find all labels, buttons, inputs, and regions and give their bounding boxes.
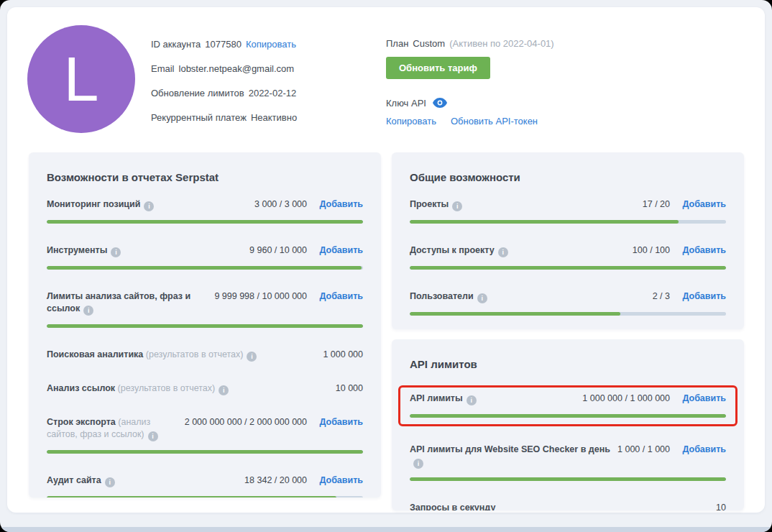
field-label: Email: [151, 63, 175, 74]
limit-row-position-monitoring: Мониторинг позицийi 3 000 / 3 000 Добави…: [47, 198, 363, 224]
progress-bar: [410, 477, 726, 481]
plan-label: План: [386, 38, 408, 49]
info-icon[interactable]: i: [498, 247, 508, 257]
info-icon[interactable]: i: [111, 247, 121, 257]
card-title: API лимитов: [410, 358, 726, 371]
add-limit-link[interactable]: Добавить: [307, 198, 363, 211]
plan-name: Custom: [413, 38, 445, 49]
progress-fill: [410, 312, 620, 316]
progress-fill: [410, 477, 726, 481]
info-icon[interactable]: i: [452, 201, 462, 211]
limit-label: Лимиты анализа сайтов, фраз и ссылок: [47, 291, 190, 313]
limit-value: 18 342 / 20 000: [244, 474, 307, 487]
account-id-row: ID аккаунта 1077580 Копировать: [151, 32, 297, 56]
highlight-box: API лимитыi 1 000 000 / 1 000 000 Добави…: [398, 385, 737, 426]
add-limit-link[interactable]: Добавить: [307, 290, 363, 303]
progress-bar: [47, 324, 363, 328]
update-tariff-button[interactable]: Обновить тариф: [386, 57, 490, 79]
progress-fill: [410, 266, 726, 270]
card-title: Общие возможности: [410, 171, 726, 184]
field-label: Рекуррентный платеж: [151, 112, 247, 123]
limit-label: Пользователи: [410, 291, 474, 301]
progress-fill: [47, 450, 363, 454]
limit-value: 2 000 000 000 / 2 000 000 000: [185, 416, 307, 428]
avatar-letter: L: [64, 47, 99, 111]
limit-label: Аудит сайта: [47, 475, 101, 485]
progress-fill: [47, 324, 363, 328]
field-label: ID аккаунта: [151, 39, 201, 50]
limit-value: 100 / 100: [633, 244, 670, 257]
bottom-strip: [0, 527, 772, 532]
info-icon[interactable]: i: [467, 395, 477, 405]
progress-bar: [47, 266, 363, 270]
limit-value: 2 / 3: [653, 290, 670, 303]
api-key-row: Ключ API: [386, 96, 688, 110]
add-limit-link[interactable]: Добавить: [670, 244, 726, 257]
progress-bar: [410, 266, 726, 270]
api-key-label: Ключ API: [386, 98, 426, 109]
limit-label: Инструменты: [47, 245, 107, 255]
limit-value: 17 / 20: [643, 198, 670, 211]
limit-label: Поисковая аналитика: [47, 349, 143, 359]
card-title: Возможности в отчетах Serpstat: [47, 171, 363, 184]
eye-icon[interactable]: [433, 98, 447, 108]
progress-bar: [410, 312, 726, 316]
limit-row-site-analysis: Лимиты анализа сайтов, фраз и ссылокi 9 …: [47, 290, 363, 328]
progress-bar: [47, 450, 363, 454]
plan-row: План Custom (Активен по 2022-04-01): [386, 36, 688, 50]
limit-row-users: Пользователиi 2 / 3 Добавить: [410, 290, 726, 316]
add-limit-link[interactable]: Добавить: [307, 244, 363, 257]
limit-row-requests-per-second: Запросы в секунду 10: [410, 502, 726, 510]
add-limit-link[interactable]: Добавить: [307, 416, 363, 428]
limit-label: Анализ ссылок: [47, 383, 115, 393]
progress-fill: [410, 414, 726, 418]
info-icon[interactable]: i: [148, 431, 158, 441]
info-icon[interactable]: i: [144, 201, 154, 211]
progress-fill: [47, 266, 362, 270]
progress-bar: [410, 414, 726, 418]
limit-value: 9 960 / 10 000: [249, 244, 307, 257]
limit-row-site-audit: Аудит сайтаi 18 342 / 20 000 Добавить: [47, 474, 363, 497]
progress-fill: [410, 220, 679, 224]
limit-value: 3 000 / 3 000: [254, 198, 307, 211]
limit-note: (результатов в отчетах): [146, 349, 244, 359]
add-limit-link[interactable]: Добавить: [670, 444, 726, 456]
info-icon[interactable]: i: [83, 306, 93, 316]
field-value: 1077580: [205, 39, 242, 50]
info-icon[interactable]: i: [105, 477, 115, 487]
limit-row-api-seo-checker: API лимиты для Website SEO Checker в ден…: [410, 444, 726, 481]
limit-label: API лимиты для Website SEO Checker в ден…: [410, 444, 610, 454]
field-label: Обновление лимитов: [151, 88, 244, 98]
limit-label: Запросы в секунду: [410, 503, 495, 510]
limit-row-export-rows: Строк экспорта (анализ сайтов, фраз и сс…: [47, 416, 363, 454]
limit-value: 1 000 000: [323, 349, 363, 361]
limit-label: Мониторинг позиций: [47, 199, 140, 209]
info-icon[interactable]: i: [219, 385, 229, 395]
limit-value: 1 000 / 1 000: [617, 444, 670, 456]
info-icon[interactable]: i: [477, 293, 487, 303]
account-info: ID аккаунта 1077580 Копировать Email lob…: [151, 32, 297, 129]
add-limit-link[interactable]: Добавить: [307, 474, 363, 487]
limit-row-link-analysis: Анализ ссылок (результатов в отчетах)i 1…: [47, 382, 363, 395]
limit-value: 9 999 998 / 10 000 000: [214, 290, 307, 303]
account-page: L ID аккаунта 1077580 Копировать Email l…: [0, 0, 772, 532]
limit-note: (результатов в отчетах): [118, 383, 216, 393]
main-panel: L ID аккаунта 1077580 Копировать Email l…: [7, 7, 765, 513]
field-value: lobster.netpeak@gmail.com: [179, 63, 295, 74]
limit-row-project-access: Доступы к проектуi 100 / 100 Добавить: [410, 244, 726, 270]
info-icon[interactable]: i: [413, 459, 423, 469]
limit-row-api-limits: API лимитыi 1 000 000 / 1 000 000 Добави…: [410, 393, 726, 418]
add-limit-link[interactable]: Добавить: [670, 198, 726, 211]
refresh-api-token-link[interactable]: Обновить API-токен: [451, 116, 538, 127]
email-row: Email lobster.netpeak@gmail.com: [151, 56, 297, 81]
add-limit-link[interactable]: Добавить: [670, 393, 726, 405]
api-key-actions: Копировать Обновить API-токен: [386, 116, 688, 127]
copy-api-key-link[interactable]: Копировать: [386, 116, 436, 127]
info-icon[interactable]: i: [247, 352, 257, 362]
limit-row-projects: Проектыi 17 / 20 Добавить: [410, 198, 726, 224]
add-limit-link[interactable]: Добавить: [670, 290, 726, 303]
plan-section: План Custom (Активен по 2022-04-01) Обно…: [386, 36, 688, 127]
limit-label: Доступы к проекту: [410, 245, 495, 255]
copy-account-id-link[interactable]: Копировать: [246, 39, 296, 50]
progress-bar: [47, 496, 363, 497]
